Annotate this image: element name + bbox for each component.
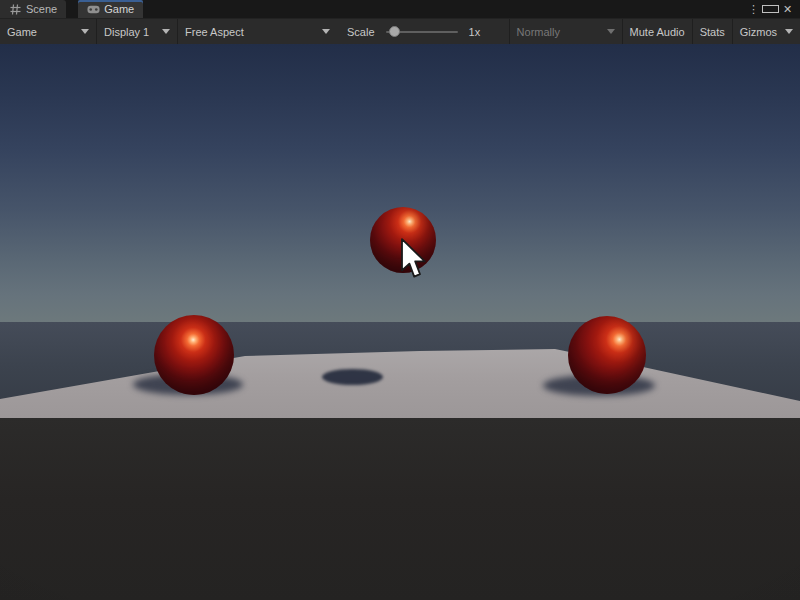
tab-scene-label: Scene: [26, 3, 57, 15]
stats-button[interactable]: Stats: [693, 19, 732, 44]
game-view-toolbar: Game Display 1 Free Aspect Scale 1x Norm…: [0, 18, 800, 44]
unity-game-window: Scene Game ⋮ ✕ Game Display 1: [0, 0, 800, 600]
mouse-cursor-icon: [400, 238, 428, 284]
game-mode-dropdown[interactable]: Game: [0, 19, 96, 44]
gamepad-icon: [87, 4, 100, 15]
scale-value: 1x: [462, 19, 488, 44]
toolbar-spacer: [487, 19, 508, 44]
window-controls: ⋮ ✕: [745, 0, 800, 18]
gizmos-dropdown[interactable]: Gizmos: [733, 19, 800, 44]
chevron-down-icon: [81, 29, 89, 34]
play-mode-dropdown: Normally: [510, 19, 622, 44]
chevron-down-icon: [785, 29, 793, 34]
maximize-icon[interactable]: [762, 0, 779, 18]
close-icon[interactable]: ✕: [779, 0, 796, 18]
sphere-center-drop-shadow: [322, 369, 383, 385]
red-sphere-right: [568, 316, 646, 394]
kebab-menu-icon[interactable]: ⋮: [745, 0, 762, 18]
chevron-down-icon: [162, 29, 170, 34]
game-render-viewport[interactable]: [0, 44, 800, 600]
tab-game[interactable]: Game: [78, 0, 143, 18]
chevron-down-icon: [607, 29, 615, 34]
gizmos-dropdown-label: Gizmos: [740, 26, 777, 38]
grid-icon: [9, 4, 22, 15]
mute-audio-button[interactable]: Mute Audio: [623, 19, 692, 44]
tab-bar: Scene Game ⋮ ✕: [0, 0, 800, 18]
game-mode-dropdown-label: Game: [7, 26, 37, 38]
aspect-ratio-dropdown[interactable]: Free Aspect: [178, 19, 337, 44]
display-dropdown[interactable]: Display 1: [97, 19, 177, 44]
near-ground-foreground: [0, 417, 800, 600]
play-mode-dropdown-label: Normally: [517, 26, 560, 38]
tab-scene[interactable]: Scene: [0, 0, 66, 18]
tab-game-label: Game: [104, 3, 134, 15]
chevron-down-icon: [322, 29, 330, 34]
display-dropdown-label: Display 1: [104, 26, 149, 38]
aspect-ratio-dropdown-label: Free Aspect: [185, 26, 244, 38]
scale-label: Scale: [337, 19, 382, 44]
scale-slider[interactable]: [386, 19, 458, 44]
tab-bar-spacer: [143, 0, 745, 18]
red-sphere-left: [154, 315, 234, 395]
scale-slider-knob[interactable]: [389, 26, 400, 37]
